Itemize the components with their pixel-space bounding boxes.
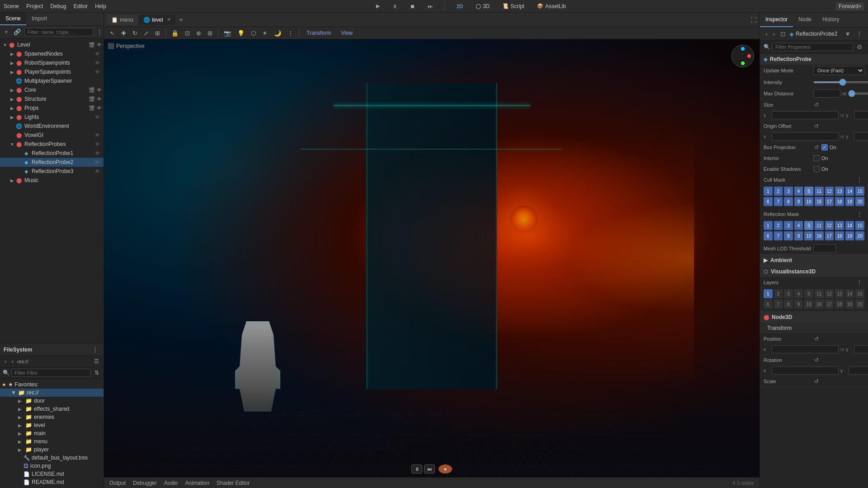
refl-mask-8[interactable]: 8 [784,231,793,240]
fs-menu-btn[interactable]: ⋮ [90,345,100,354]
cull-mask-14[interactable]: 14 [845,187,854,196]
tree-item-level[interactable]: ▼ ⬤ Level 🎬 👁 [0,40,104,49]
inspector-menu-btn[interactable]: ⋮ [854,29,864,38]
cull-mask-8[interactable]: 8 [784,197,793,206]
light-button[interactable]: 💡 [235,29,247,38]
layer-2[interactable]: 2 [774,289,783,298]
tab-menu[interactable]: 📋 menu [107,15,138,25]
tree-arrow-music[interactable]: ▶ [9,178,15,183]
sun-button[interactable]: ☀ [260,29,270,38]
cull-mask-7[interactable]: 7 [774,197,783,206]
refl-mask-18[interactable]: 18 [835,231,844,240]
group-button[interactable]: ⊡ [183,29,192,38]
snap2-button[interactable]: ⊞ [205,29,215,38]
maximize-viewport-button[interactable]: ⛶ [750,16,757,23]
fs-sort-btn[interactable]: ⇅ [93,369,101,377]
fs-item-license[interactable]: 📄 LICENSE.md [0,470,104,478]
tab-history[interactable]: History [817,13,844,27]
origin-y-input[interactable]: 0 [854,132,868,141]
tree-item-music[interactable]: ▶ ⬤ Music [0,176,104,185]
tab-level[interactable]: 🌐 level ✕ [139,15,175,25]
tree-arrow-player[interactable]: ▶ [9,70,15,75]
tree-arrow-robot[interactable]: ▶ [9,61,15,66]
tree-item-robot[interactable]: ▶ ⬤ RobotSpawnpoints 👁 [0,58,104,67]
origin-reset-btn[interactable]: ↺ [813,123,820,129]
refl-mask-16[interactable]: 16 [815,231,824,240]
refl-mask-1[interactable]: 1 [764,221,773,230]
origin-x-input[interactable]: 0 [772,132,839,141]
eye-icon-props[interactable]: 👁 [97,105,102,111]
menu-help[interactable]: Help [95,3,106,9]
inspector-history-btn[interactable]: ⊡ [778,29,788,38]
layer-4[interactable]: 4 [794,289,803,298]
section-header-node3d[interactable]: ⬤ Node3D [760,312,868,323]
position-reset-btn[interactable]: ↺ [813,336,820,342]
tree-arrow-structure[interactable]: ▶ [9,97,15,102]
refl-mask-9[interactable]: 9 [794,231,803,240]
cull-mask-16[interactable]: 16 [815,197,824,206]
tree-item-player[interactable]: ▶ ⬤ PlayerSpawnpoints 👁 [0,67,104,76]
interior-checkbox[interactable] [813,155,820,161]
eye-icon-probe1[interactable]: 👁 [93,150,102,156]
fs-expand-level[interactable]: ▶ [18,423,24,428]
tab-node[interactable]: Node [793,13,817,27]
status-tab-output[interactable]: Output [109,480,126,486]
size-y-input[interactable]: 100 [854,111,868,119]
tree-arrow-lights[interactable]: ▶ [9,115,15,120]
tree-item-spawned[interactable]: ▶ ⬤ SpawnedNodes 👁 [0,49,104,58]
snap-button[interactable]: ⊕ [194,29,203,38]
add-tab-button[interactable]: + [176,16,186,24]
tree-arrow-props[interactable]: ▶ [9,106,15,111]
refl-mask-7[interactable]: 7 [774,231,783,240]
fs-back-btn[interactable]: ‹ [3,357,8,366]
local-tool-button[interactable]: ⊞ [153,29,162,38]
inspector-dropdown-btn[interactable]: ▼ [843,29,853,38]
fs-item-effects[interactable]: ▶ 📁 effects_shared [0,405,104,413]
tree-arrow-level[interactable]: ▼ [2,42,8,47]
tree-item-voxelgi[interactable]: ⬤ VoxelGI 👁 [0,131,104,140]
refl-mask-11[interactable]: 11 [815,221,824,230]
transform-dropdown[interactable]: Transform [302,28,335,38]
layer-10[interactable]: 10 [804,300,813,309]
move-tool-button[interactable]: ✚ [119,29,128,38]
tab-scene[interactable]: Scene [0,13,26,25]
cull-mask-1[interactable]: 1 [764,187,773,196]
tree-item-structure[interactable]: ▶ ⬤ Structure 🎬 👁 [0,94,104,103]
scale-tool-button[interactable]: ⤢ [142,29,151,38]
view-dropdown[interactable]: View [337,28,357,38]
fs-item-player[interactable]: ▶ 📁 player [0,446,104,454]
intensity-slider[interactable] [813,81,868,83]
tree-item-props[interactable]: ▶ ⬤ Props 🎬 👁 [0,103,104,113]
tree-arrow-reflprobes[interactable]: ▼ [9,142,15,147]
fs-expand-main[interactable]: ▶ [18,431,24,436]
rotate-tool-button[interactable]: ↻ [130,29,140,38]
cull-mask-13[interactable]: 13 [835,187,844,196]
assetlib-button[interactable]: 📦 AssetLib [534,2,569,10]
scene-filter-input[interactable] [24,28,93,36]
cull-mask-17[interactable]: 17 [825,197,834,206]
tree-item-probe3[interactable]: ◈ ReflectionProbe3 👁 [0,167,104,176]
menu-editor[interactable]: Editor [74,3,88,9]
tree-item-core[interactable]: ▶ ⬤ Core 🎬 👁 [0,85,104,94]
cull-mask-2[interactable]: 2 [774,187,783,196]
rot-x-input[interactable]: 0 ° [772,366,839,375]
play-button[interactable]: ▶ [373,2,382,10]
refl-mask-5[interactable]: 5 [804,221,813,230]
layer-7[interactable]: 7 [774,300,783,309]
scene-menu-button[interactable]: ⋮ [95,28,104,36]
max-distance-input[interactable]: 0 [813,89,840,98]
camera-button[interactable]: 📷 [222,29,233,38]
cull-mask-menu-btn[interactable]: ⋮ [854,176,864,183]
script-button[interactable]: 📜 Script [500,2,527,10]
pos-y-input[interactable]: 0 [854,345,868,353]
refl-mask-4[interactable]: 4 [794,221,803,230]
refl-mask-15[interactable]: 15 [855,221,864,230]
rot-y-input[interactable]: -1.1 [849,366,868,375]
eye-icon-reflprobes[interactable]: 👁 [93,141,102,147]
env-button[interactable]: 🌙 [272,29,283,38]
refl-mask-13[interactable]: 13 [835,221,844,230]
tree-arrow-spawned[interactable]: ▶ [9,52,15,56]
mode-3d-button[interactable]: ⬡ 3D [473,2,492,11]
eye-icon-structure[interactable]: 👁 [97,96,102,102]
status-tab-audio[interactable]: Audio [164,480,178,486]
